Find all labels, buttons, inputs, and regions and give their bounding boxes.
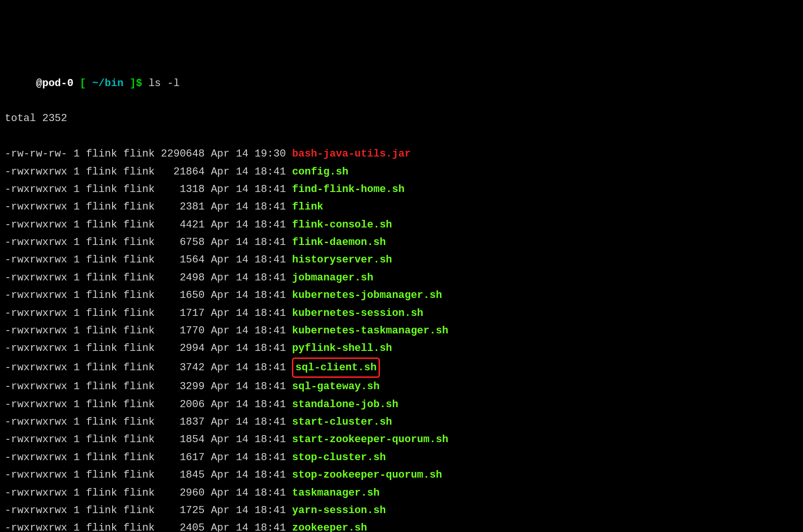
ls-row-filename: flink	[292, 201, 323, 213]
ls-row-meta: -rwxrwxrwx 1 flink flink 1845 Apr 14 18:…	[5, 469, 292, 481]
ls-row-filename: stop-zookeeper-quorum.sh	[292, 469, 442, 481]
prompt-command: ls -l	[149, 78, 180, 89]
ls-row-filename: find-flink-home.sh	[292, 183, 405, 195]
ls-row-filename-highlighted: sql-client.sh	[292, 358, 380, 378]
ls-row-meta: -rwxrwxrwx 1 flink flink 1854 Apr 14 18:…	[5, 434, 292, 445]
ls-row: -rwxrwxrwx 1 flink flink 1845 Apr 14 18:…	[5, 466, 798, 484]
ls-row: -rwxrwxrwx 1 flink flink 1837 Apr 14 18:…	[5, 413, 798, 431]
ls-row-filename: stop-cluster.sh	[292, 452, 386, 463]
ls-row: -rwxrwxrwx 1 flink flink 2994 Apr 14 18:…	[5, 340, 798, 357]
total-line: total 2352	[5, 110, 798, 127]
ls-row: -rwxrwxrwx 1 flink flink 3299 Apr 14 18:…	[5, 378, 798, 395]
ls-row-meta: -rwxrwxrwx 1 flink flink 1650 Apr 14 18:…	[5, 289, 292, 301]
ls-row-meta: -rwxrwxrwx 1 flink flink 3742 Apr 14 18:…	[5, 362, 292, 374]
prompt-line[interactable]: @pod-0 [ ~/bin ]$ ls -l	[5, 75, 798, 92]
prompt-bracket-open: [	[73, 78, 92, 89]
ls-row: -rwxrwxrwx 1 flink flink 1564 Apr 14 18:…	[5, 251, 798, 269]
ls-row: -rwxrwxrwx 1 flink flink 2405 Apr 14 18:…	[5, 519, 798, 532]
ls-row-filename: pyflink-shell.sh	[292, 342, 392, 354]
ls-row: -rwxrwxrwx 1 flink flink 1854 Apr 14 18:…	[5, 431, 798, 448]
ls-row: -rw-rw-rw- 1 flink flink 2290648 Apr 14 …	[5, 145, 798, 163]
ls-row-meta: -rwxrwxrwx 1 flink flink 1837 Apr 14 18:…	[5, 416, 292, 428]
ls-row: -rwxrwxrwx 1 flink flink 4421 Apr 14 18:…	[5, 216, 798, 234]
ls-row-meta: -rwxrwxrwx 1 flink flink 2405 Apr 14 18:…	[5, 522, 292, 532]
ls-row-filename: standalone-job.sh	[292, 399, 398, 410]
ls-row-filename: historyserver.sh	[292, 254, 392, 266]
prompt-bracket-close: ]$	[124, 78, 149, 89]
ls-row-filename: taskmanager.sh	[292, 487, 379, 499]
ls-row-meta: -rwxrwxrwx 1 flink flink 3299 Apr 14 18:…	[5, 381, 292, 392]
ls-row-meta: -rwxrwxrwx 1 flink flink 1318 Apr 14 18:…	[5, 183, 292, 195]
ls-row: -rwxrwxrwx 1 flink flink 1650 Apr 14 18:…	[5, 287, 798, 304]
ls-row-meta: -rwxrwxrwx 1 flink flink 1564 Apr 14 18:…	[5, 254, 292, 266]
ls-row-filename: sql-gateway.sh	[292, 381, 379, 392]
ls-row: -rwxrwxrwx 1 flink flink 1770 Apr 14 18:…	[5, 322, 798, 340]
ls-row: -rwxrwxrwx 1 flink flink 3742 Apr 14 18:…	[5, 358, 798, 378]
ls-row: -rwxrwxrwx 1 flink flink 1717 Apr 14 18:…	[5, 305, 798, 322]
ls-row-meta: -rwxrwxrwx 1 flink flink 2498 Apr 14 18:…	[5, 272, 292, 284]
ls-row-filename: bash-java-utils.jar	[292, 148, 411, 160]
ls-row-meta: -rwxrwxrwx 1 flink flink 2006 Apr 14 18:…	[5, 399, 292, 410]
ls-row-meta: -rwxrwxrwx 1 flink flink 1617 Apr 14 18:…	[5, 452, 292, 463]
ls-row: -rwxrwxrwx 1 flink flink 1725 Apr 14 18:…	[5, 502, 798, 519]
ls-output: -rw-rw-rw- 1 flink flink 2290648 Apr 14 …	[5, 145, 798, 532]
ls-row-meta: -rwxrwxrwx 1 flink flink 1770 Apr 14 18:…	[5, 325, 292, 337]
prompt-path: ~/bin	[92, 78, 124, 89]
ls-row: -rwxrwxrwx 1 flink flink 2381 Apr 14 18:…	[5, 198, 798, 216]
ls-row: -rwxrwxrwx 1 flink flink 21864 Apr 14 18…	[5, 163, 798, 181]
ls-row-meta: -rwxrwxrwx 1 flink flink 1717 Apr 14 18:…	[5, 307, 292, 319]
ls-row-meta: -rwxrwxrwx 1 flink flink 2994 Apr 14 18:…	[5, 342, 292, 354]
ls-row: -rwxrwxrwx 1 flink flink 1318 Apr 14 18:…	[5, 181, 798, 198]
ls-row: -rwxrwxrwx 1 flink flink 1617 Apr 14 18:…	[5, 449, 798, 466]
ls-row-filename: jobmanager.sh	[292, 272, 373, 284]
ls-row-filename: kubernetes-session.sh	[292, 307, 423, 319]
ls-row-meta: -rwxrwxrwx 1 flink flink 2960 Apr 14 18:…	[5, 487, 292, 499]
ls-row-meta: -rwxrwxrwx 1 flink flink 4421 Apr 14 18:…	[5, 219, 292, 231]
ls-row-meta: -rwxrwxrwx 1 flink flink 2381 Apr 14 18:…	[5, 201, 292, 213]
ls-row: -rwxrwxrwx 1 flink flink 2006 Apr 14 18:…	[5, 396, 798, 413]
ls-row-filename: config.sh	[292, 166, 348, 178]
ls-row-filename: flink-daemon.sh	[292, 236, 386, 248]
ls-row: -rwxrwxrwx 1 flink flink 2498 Apr 14 18:…	[5, 269, 798, 287]
ls-row-filename: flink-console.sh	[292, 219, 392, 231]
ls-row-filename: zookeeper.sh	[292, 522, 367, 532]
prompt-user-host: @pod-0	[36, 78, 73, 89]
ls-row-filename: yarn-session.sh	[292, 505, 386, 516]
ls-row-filename: kubernetes-taskmanager.sh	[292, 325, 448, 337]
ls-row-meta: -rw-rw-rw- 1 flink flink 2290648 Apr 14 …	[5, 148, 292, 160]
ls-row-filename: start-cluster.sh	[292, 416, 392, 428]
ls-row-filename: kubernetes-jobmanager.sh	[292, 289, 442, 301]
ls-row-meta: -rwxrwxrwx 1 flink flink 21864 Apr 14 18…	[5, 166, 292, 178]
ls-row-meta: -rwxrwxrwx 1 flink flink 1725 Apr 14 18:…	[5, 505, 292, 516]
ls-row-filename: start-zookeeper-quorum.sh	[292, 434, 448, 445]
ls-row: -rwxrwxrwx 1 flink flink 2960 Apr 14 18:…	[5, 484, 798, 502]
ls-row: -rwxrwxrwx 1 flink flink 6758 Apr 14 18:…	[5, 234, 798, 251]
ls-row-meta: -rwxrwxrwx 1 flink flink 6758 Apr 14 18:…	[5, 236, 292, 248]
